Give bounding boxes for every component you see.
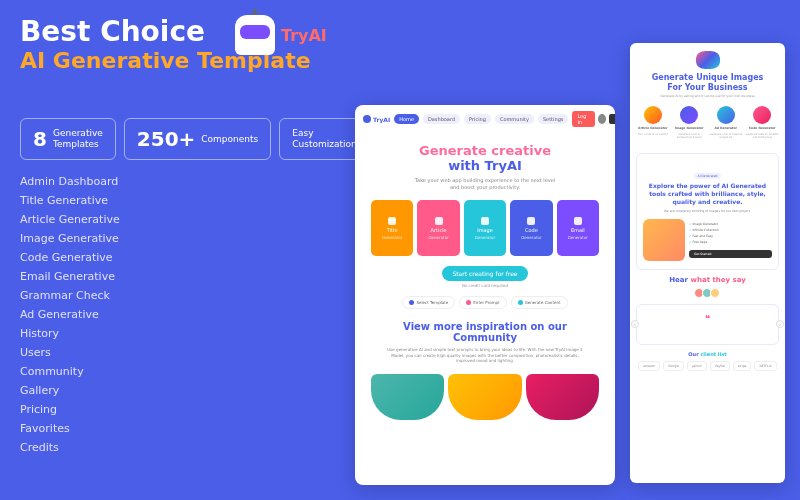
feature-item: Email Generative: [20, 270, 350, 283]
ic-ad[interactable]: Ad GeneratorGenerate a list of creative …: [709, 106, 743, 139]
client-logo: amazon: [638, 361, 660, 371]
nav-settings[interactable]: Settings: [538, 114, 569, 124]
feature-item: Image Generative: [20, 232, 350, 245]
testimonials-heading: Hear what they say: [630, 276, 785, 284]
client-logo: yahoo!: [687, 361, 707, 371]
feature-list: Admin Dashboard Title Generative Article…: [20, 175, 350, 454]
feature-item: Grammar Check: [20, 289, 350, 302]
client-logo: Google: [663, 361, 684, 371]
title-icon: [388, 217, 396, 225]
explore-box: AI Generated Explore the power of AI Gen…: [636, 153, 779, 269]
p2-icon-row: Article GeneratorTurn a title to an outl…: [636, 106, 779, 139]
stat-templates: 8 Generative Templates: [20, 118, 116, 160]
gallery-image-1[interactable]: [371, 374, 444, 420]
community-heading: View more inspiration on our Community: [363, 321, 607, 343]
preview-navbar: TryAI Home Dashboard Pricing Community S…: [355, 105, 615, 133]
feature-item: Code Generative: [20, 251, 350, 264]
ic-image[interactable]: Image GeneratorGenerate a list of profes…: [673, 106, 707, 139]
cta-button[interactable]: Start creating for free: [442, 266, 527, 281]
nav-dashboard[interactable]: Dashboard: [423, 114, 460, 124]
robot-icon: [235, 15, 275, 55]
feature-item: Users: [20, 346, 350, 359]
feature-item: Gallery: [20, 384, 350, 397]
login-button[interactable]: Log In: [572, 111, 594, 127]
feature-item: Pricing: [20, 403, 350, 416]
code-icon: [527, 217, 535, 225]
stat-components: 250+ Components: [124, 118, 271, 160]
steps-row: Select Template Enter Prompt Generate Co…: [363, 296, 607, 309]
client-logo: PayPal: [710, 361, 730, 371]
get-started-button[interactable]: Get Started: [689, 250, 772, 258]
category-row: TitleGenerator ArticleGenerator ImageGen…: [363, 200, 607, 256]
explore-image: [643, 219, 685, 261]
next-arrow[interactable]: ›: [776, 320, 784, 328]
feature-item: Title Generative: [20, 194, 350, 207]
nav-community[interactable]: Community: [495, 114, 534, 124]
cat-article[interactable]: ArticleGenerator: [417, 200, 459, 256]
avatar-3[interactable]: [710, 288, 720, 298]
cat-title[interactable]: TitleGenerator: [371, 200, 413, 256]
brand-name: TryAI: [281, 26, 327, 45]
feature-item: Ad Generative: [20, 308, 350, 321]
step-3[interactable]: Generate Content: [511, 296, 568, 309]
explore-sub: We are constantly thinking of images for…: [643, 209, 772, 213]
preview-main: TryAI Home Dashboard Pricing Community S…: [355, 105, 615, 485]
explore-heading: Explore the power of AI Generated tools …: [643, 182, 772, 205]
prev-arrow[interactable]: ‹: [631, 320, 639, 328]
clients-section: Our client list amazon Google yahoo! Pay…: [630, 351, 785, 371]
bullet-list: Image Generator Infinite Collection Fast…: [689, 222, 772, 258]
client-logo: stripe: [733, 361, 752, 371]
feature-item: Credits: [20, 441, 350, 454]
feature-item: Favorites: [20, 422, 350, 435]
blob-icon: [696, 51, 720, 69]
cat-email[interactable]: EmailGenerator: [557, 200, 599, 256]
brand-logo: TryAI: [235, 15, 327, 55]
preview-hero-title: Generate creative with TryAI: [363, 143, 607, 173]
cat-image[interactable]: ImageGenerator: [464, 200, 506, 256]
preview-side: Generate Unique ImagesFor Your Business …: [630, 43, 785, 483]
cta-subtext: No credit card required: [363, 283, 607, 288]
feature-item: Article Generative: [20, 213, 350, 226]
preview-hero-sub: Take your web app building experience to…: [363, 177, 607, 190]
email-icon: [574, 217, 582, 225]
testimonial-card: ‹ › ❝: [636, 304, 779, 345]
feature-item: Community: [20, 365, 350, 378]
feature-item: History: [20, 327, 350, 340]
step-1[interactable]: Select Template: [402, 296, 455, 309]
gallery-row: [363, 368, 607, 426]
gallery-image-3[interactable]: [526, 374, 599, 420]
avatar[interactable]: [598, 114, 606, 124]
client-logo: NETFLIX: [754, 361, 776, 371]
gallery-image-2[interactable]: [448, 374, 521, 420]
menu-icon[interactable]: [609, 114, 615, 124]
feature-item: Admin Dashboard: [20, 175, 350, 188]
nav-pricing[interactable]: Pricing: [464, 114, 491, 124]
cat-code[interactable]: CodeGenerator: [510, 200, 552, 256]
ai-badge: AI Generated: [694, 173, 722, 179]
ic-code[interactable]: Code GeneratorGenerate code fix problem …: [746, 106, 780, 139]
ic-article[interactable]: Article GeneratorTurn a title to an outl…: [636, 106, 670, 139]
community-desc: Use generative AI and simple text prompt…: [363, 343, 607, 368]
article-icon: [435, 217, 443, 225]
testimonial-avatars: [630, 288, 785, 298]
preview-logo[interactable]: TryAI: [363, 115, 390, 123]
step-2[interactable]: Enter Prompt: [459, 296, 506, 309]
stats-row: 8 Generative Templates 250+ Components E…: [20, 118, 350, 160]
p2-heading: Generate Unique ImagesFor Your Business: [636, 73, 779, 92]
image-icon: [481, 217, 489, 225]
nav-home[interactable]: Home: [394, 114, 419, 124]
p2-sub: Generate AI by asking and it can be use …: [636, 94, 779, 98]
